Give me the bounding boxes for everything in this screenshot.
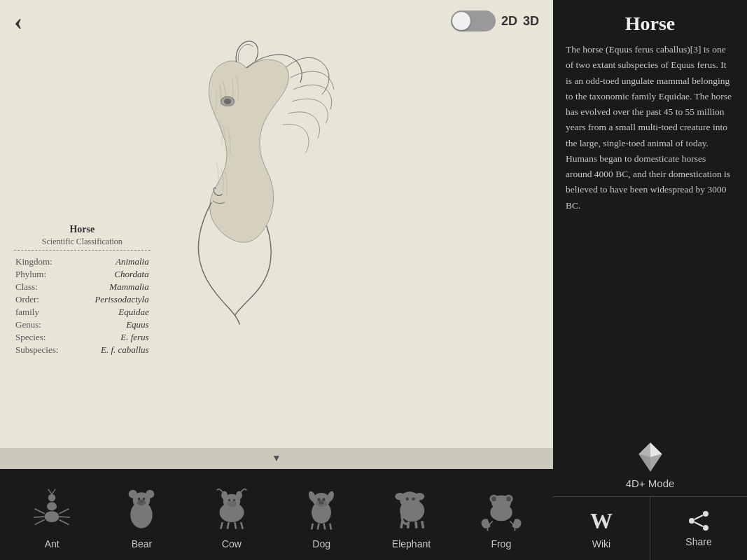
svg-line-9	[60, 517, 71, 517]
svg-line-28	[221, 522, 223, 529]
table-row: familyEquidae	[15, 307, 149, 318]
svg-line-43	[330, 524, 331, 530]
classification-label: Subspecies:	[15, 344, 72, 356]
carousel-item-bear[interactable]: Bear	[99, 479, 183, 550]
mode-section: 4D+ Mode	[553, 430, 747, 496]
table-row: Subspecies:E. f. caballus	[15, 344, 149, 356]
frog-label: Frog	[491, 538, 511, 550]
svg-line-7	[35, 520, 45, 525]
illustration-area: Horse Scientific Classification Kingdom:…	[0, 0, 553, 448]
svg-point-65	[703, 511, 708, 517]
classification-title: Horse	[14, 224, 151, 235]
svg-point-48	[406, 498, 409, 500]
svg-point-49	[412, 498, 415, 500]
table-row: Class:Mammalia	[15, 281, 149, 293]
svg-point-58	[491, 496, 496, 501]
table-row: Species:E. ferus	[15, 332, 149, 343]
3d-label: 3D	[523, 14, 539, 29]
svg-marker-64	[650, 454, 662, 472]
cow-icon	[204, 479, 260, 536]
elephant-label: Elephant	[392, 538, 431, 550]
classification-panel: Horse Scientific Classification Kingdom:…	[0, 217, 165, 364]
carousel-item-frog[interactable]: Frog	[459, 479, 543, 550]
table-row: Genus:Equus	[15, 319, 149, 330]
carousel-item-elephant[interactable]: Elephant	[369, 479, 453, 550]
svg-line-53	[422, 521, 424, 528]
bear-label: Bear	[132, 538, 153, 550]
bear-icon	[113, 479, 169, 536]
ant-label: Ant	[45, 538, 60, 550]
bottom-actions: W Wiki Share	[553, 497, 747, 560]
left-panel: ‹ 2D 3D	[0, 0, 553, 560]
classification-label: Species:	[15, 332, 72, 343]
classification-label: Order:	[15, 294, 72, 305]
svg-point-37	[317, 498, 320, 500]
svg-line-40	[312, 524, 313, 530]
svg-line-30	[235, 522, 236, 529]
svg-point-2	[45, 511, 60, 522]
share-button[interactable]: Share	[650, 497, 747, 560]
classification-subtitle: Scientific Classification	[14, 237, 151, 247]
2d-3d-toggle[interactable]	[451, 10, 496, 31]
svg-point-15	[129, 490, 137, 498]
table-row: Kingdom:Animalia	[15, 256, 149, 267]
drawer-toggle[interactable]: ▼	[0, 448, 553, 469]
top-bar: ‹ 2D 3D	[0, 0, 553, 42]
back-button[interactable]: ‹	[14, 8, 22, 34]
animal-carousel: Ant Bear	[0, 469, 553, 560]
svg-point-4	[48, 494, 56, 502]
drawer-arrow-icon: ▼	[272, 453, 281, 464]
svg-point-27	[233, 499, 236, 502]
right-panel: Horse The horse (Equus ferus caballus)[3…	[553, 0, 747, 560]
svg-line-52	[416, 522, 417, 528]
classification-value: Equidae	[74, 307, 148, 318]
classification-label: Class:	[15, 281, 72, 293]
svg-line-12	[52, 489, 55, 494]
carousel-item-dog[interactable]: Dog	[279, 479, 363, 550]
frog-icon	[473, 479, 529, 536]
classification-value: Equus	[74, 319, 148, 330]
svg-line-11	[48, 489, 52, 494]
svg-point-59	[506, 496, 511, 501]
mode-label: 4D+ Mode	[626, 477, 675, 489]
svg-line-6	[34, 517, 45, 517]
svg-marker-63	[638, 454, 650, 472]
svg-point-1	[224, 99, 231, 104]
classification-value: Perissodactyla	[74, 294, 148, 305]
classification-table: Kingdom:AnimaliaPhylum:ChordataClass:Mam…	[14, 255, 151, 357]
wiki-icon: W	[590, 508, 613, 534]
svg-line-41	[318, 524, 319, 530]
2d-label: 2D	[501, 14, 517, 29]
svg-line-10	[60, 520, 69, 525]
dog-label: Dog	[312, 538, 330, 550]
wiki-label: Wiki	[592, 538, 610, 550]
svg-point-20	[140, 500, 144, 503]
carousel-item-ant[interactable]: Ant	[10, 479, 94, 550]
description-text: The horse (Equus ferus caballus)[3] is o…	[553, 42, 747, 430]
cow-label: Cow	[222, 538, 242, 550]
dog-icon	[293, 479, 349, 536]
svg-line-68	[694, 515, 703, 519]
classification-value: Mammalia	[74, 281, 148, 293]
svg-point-16	[146, 490, 155, 498]
classification-label: Phylum:	[15, 269, 72, 280]
toggle-knob	[452, 12, 470, 30]
classification-value: E. ferus	[74, 332, 148, 343]
classification-value: Animalia	[74, 256, 148, 267]
svg-point-66	[703, 525, 708, 531]
svg-line-51	[408, 522, 409, 528]
animal-title: Horse	[553, 0, 747, 42]
svg-point-3	[47, 502, 57, 510]
svg-point-18	[138, 498, 141, 500]
share-icon	[687, 510, 710, 532]
table-row: Order:Perissodactyla	[15, 294, 149, 305]
svg-line-69	[694, 522, 703, 526]
wiki-button[interactable]: W Wiki	[553, 497, 650, 560]
svg-point-39	[319, 500, 324, 504]
svg-point-26	[228, 499, 231, 502]
carousel-item-cow[interactable]: Cow	[190, 479, 274, 550]
toggle-container: 2D 3D	[451, 10, 539, 31]
classification-value: E. f. caballus	[74, 344, 148, 356]
svg-point-38	[322, 498, 325, 500]
svg-line-42	[324, 524, 326, 530]
